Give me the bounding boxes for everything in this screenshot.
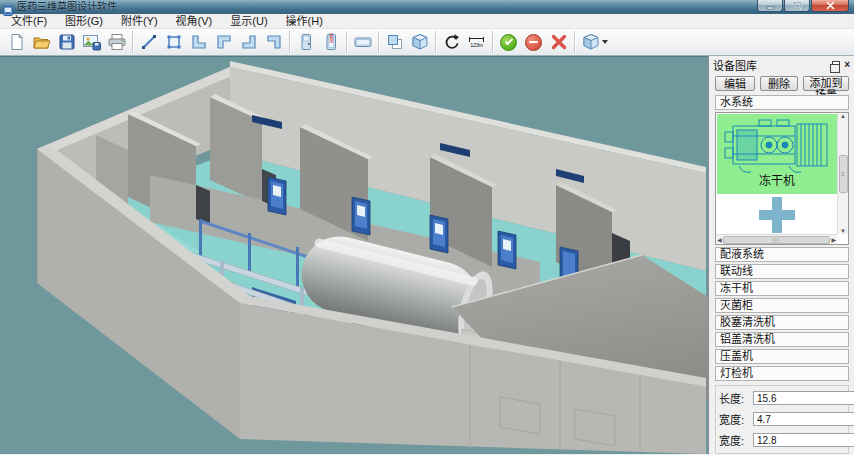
line-tool-button[interactable] <box>136 30 161 54</box>
maximize-icon <box>793 1 802 10</box>
toolbar: 安全 123m <box>0 29 854 56</box>
category-light-inspector[interactable]: 灯检机 <box>715 366 849 381</box>
delete-item-button[interactable]: 删除 <box>760 76 798 91</box>
category-capping-machine[interactable]: 压盖机 <box>715 349 849 364</box>
measure-label: 123m <box>470 42 483 48</box>
toolbar-separator <box>435 31 436 53</box>
toolbar-separator <box>378 31 379 53</box>
horizontal-scroll-thumb[interactable]: ||| <box>723 236 831 244</box>
plus-icon <box>759 197 795 233</box>
shape-2d-icon <box>386 33 404 51</box>
confirm-button[interactable] <box>496 30 521 54</box>
measure-tool-button[interactable]: 123m <box>464 30 489 54</box>
shape-3d-icon <box>411 33 429 51</box>
wall-corner-bottom-right-button[interactable] <box>236 30 261 54</box>
category-linkage-line[interactable]: 联动线 <box>715 264 849 279</box>
category-stopper-washer[interactable]: 胶塞清洗机 <box>715 315 849 330</box>
rectangle-tool-icon <box>165 33 183 51</box>
view-cube-icon <box>582 33 600 51</box>
rectangle-tool-button[interactable] <box>161 30 186 54</box>
wall-corner-top-right-icon <box>265 33 283 51</box>
shape-3d-button[interactable] <box>407 30 432 54</box>
toolbar-separator <box>574 31 575 53</box>
rotate-view-button[interactable] <box>439 30 464 54</box>
library-item-freeze-dryer[interactable]: 冻干机 <box>717 114 837 194</box>
length-input[interactable] <box>753 391 854 405</box>
minimize-icon <box>766 1 775 10</box>
edit-button[interactable]: 编辑 <box>715 76 755 91</box>
menu-graphics[interactable]: 图形(G) <box>56 14 112 29</box>
width2-label: 宽度: <box>719 432 753 448</box>
wall-corner-top-left-button[interactable] <box>211 30 236 54</box>
scroll-left-icon[interactable]: ◀ <box>717 236 722 243</box>
category-sterilizer[interactable]: 灭菌柜 <box>715 298 849 313</box>
remove-button[interactable] <box>521 30 546 54</box>
shape-2d-button[interactable] <box>382 30 407 54</box>
width2-input[interactable] <box>753 433 854 447</box>
scroll-up-icon[interactable]: ▲ <box>840 113 846 119</box>
save-button[interactable] <box>54 30 79 54</box>
add-to-scene-button[interactable]: 添加到场景 <box>803 76 849 91</box>
library-vertical-scrollbar[interactable]: ▲ ≡ ▼ <box>837 113 848 234</box>
remove-minus-icon <box>525 34 542 51</box>
new-file-button[interactable] <box>4 30 29 54</box>
dropdown-caret-icon <box>602 40 608 44</box>
dimensions-group: 长度: 宽度: 宽度: <box>715 385 849 454</box>
door-tool-button[interactable] <box>293 30 318 54</box>
export-image-button[interactable] <box>79 30 104 54</box>
width-label: 宽度: <box>719 411 753 427</box>
line-tool-icon <box>140 33 158 51</box>
window-titlebar[interactable]: 医药三维草图设计软件 <box>0 0 854 14</box>
library-item-label: 冻干机 <box>759 174 795 188</box>
category-cap-washer[interactable]: 铝盖清洗机 <box>715 332 849 347</box>
panel-title: 设备图库 <box>713 57 757 73</box>
equipment-list-box: 冻干机 ▲ ≡ ▼ ◀ ||| ▶ <box>715 112 849 245</box>
menu-display[interactable]: 显示(U) <box>221 14 276 29</box>
safety-door-tool-button[interactable]: 安全 <box>318 30 343 54</box>
viewport-3d-scene <box>0 57 708 454</box>
width-input[interactable] <box>753 412 854 426</box>
freeze-dryer-cad-thumbnail <box>719 114 835 176</box>
menu-attachments[interactable]: 附件(Y) <box>112 14 167 29</box>
new-file-icon <box>8 33 26 51</box>
length-label: 长度: <box>719 390 753 406</box>
scroll-down-icon[interactable]: ▼ <box>840 228 846 234</box>
app-window: 医药三维草图设计软件 文件(F) 图形(G) 附件(Y) 视角(V) 显示(U)… <box>0 0 854 455</box>
category-liquid-preparation[interactable]: 配液系统 <box>715 247 849 262</box>
delete-x-icon <box>550 33 568 51</box>
safety-door-label: 安全 <box>328 33 333 43</box>
toolbar-separator <box>132 31 133 53</box>
close-button[interactable] <box>811 0 849 12</box>
vertical-scroll-thumb[interactable]: ≡ <box>839 155 848 193</box>
menu-operation[interactable]: 操作(H) <box>277 14 332 29</box>
app-icon <box>3 2 13 12</box>
panel-float-icon[interactable] <box>832 61 840 68</box>
category-water-system[interactable]: 水系统 <box>715 95 849 110</box>
category-list: 配液系统 联动线 冻干机 灭菌柜 胶塞清洗机 铝盖清洗机 压盖机 灯检机 <box>709 247 854 383</box>
wall-corner-bottom-left-button[interactable] <box>186 30 211 54</box>
print-button[interactable] <box>104 30 129 54</box>
toolbar-separator <box>289 31 290 53</box>
library-add-item[interactable] <box>717 195 837 234</box>
open-folder-button[interactable] <box>29 30 54 54</box>
menu-bar: 文件(F) 图形(G) 附件(Y) 视角(V) 显示(U) 操作(H) <box>0 14 854 29</box>
export-image-icon <box>82 33 102 51</box>
wall-corner-top-right-button[interactable] <box>261 30 286 54</box>
delete-button[interactable] <box>546 30 571 54</box>
confirm-check-icon <box>500 34 517 51</box>
minimize-button[interactable] <box>757 0 783 12</box>
menu-view-angle[interactable]: 视角(V) <box>167 14 222 29</box>
view-mode-button[interactable] <box>578 30 612 54</box>
toolbar-separator <box>346 31 347 53</box>
scroll-right-icon[interactable]: ▶ <box>831 236 836 243</box>
wall-corner-bottom-right-icon <box>240 33 258 51</box>
panel-close-icon[interactable]: × <box>844 60 850 70</box>
maximize-button[interactable] <box>784 0 810 12</box>
viewport-3d[interactable] <box>0 56 708 454</box>
category-freeze-dryer[interactable]: 冻干机 <box>715 281 849 296</box>
window-tool-icon <box>353 33 373 51</box>
library-horizontal-scrollbar[interactable]: ◀ ||| ▶ <box>716 234 837 244</box>
window-tool-button[interactable] <box>350 30 375 54</box>
wall-corner-top-left-icon <box>215 33 233 51</box>
equipment-library-panel: 设备图库 × 编辑 删除 添加到场景 水系统 <box>708 56 854 454</box>
